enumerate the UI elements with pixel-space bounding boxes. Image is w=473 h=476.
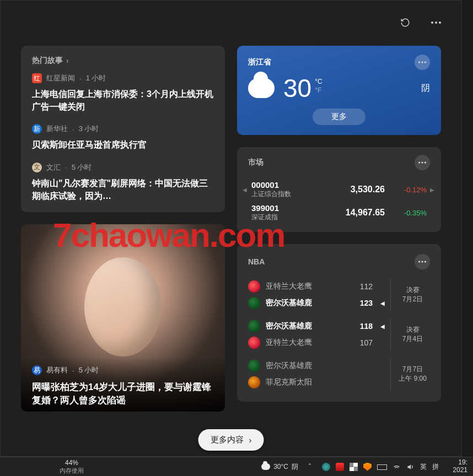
source-badge-icon: 红 [32, 73, 42, 83]
weather-more-button[interactable] [415, 55, 430, 70]
game-date: 7月2日 [402, 295, 423, 304]
memory-label: 内存使用 [60, 467, 84, 474]
tray-app-icon[interactable] [336, 463, 344, 471]
story-item[interactable]: 新 新华社 · 3 小时 贝索斯卸任亚马逊首席执行官 [32, 124, 214, 151]
market-price: 3,530.26 [321, 185, 385, 194]
hot-stories-card: 热门故事 › 红 红星新闻 · 1 小时 上海电信回复上海市消保委：3个月内上线… [21, 46, 225, 212]
photo-placeholder [84, 257, 162, 356]
unit-fahrenheit[interactable]: °F [315, 86, 322, 94]
market-row[interactable]: 399001 深证成指 14,967.65 -0.35% [243, 201, 436, 224]
taskbar-tray: ˄ 英 拼 [304, 462, 443, 472]
taskbar: 44% 内存使用 30°C 阴 ˄ 英 拼 19: 2021 [0, 457, 473, 476]
nba-game[interactable]: 亚特兰大老鹰 112 密尔沃基雄鹿 123 ◀ [248, 277, 430, 312]
photo-time: 5 小时 [79, 365, 99, 375]
game-stage: 决赛 [406, 285, 420, 295]
clock-date: 2021 [443, 467, 467, 474]
ime-lang[interactable]: 英 [420, 462, 427, 472]
team-logo-icon [248, 337, 260, 349]
refresh-button[interactable] [396, 14, 414, 31]
team-logo-icon [248, 360, 260, 372]
story-item[interactable]: 文 文汇 · 5 小时 钟南山"凡尔赛发言"刷屏网络：中国无法做三期临床试验，因… [32, 163, 214, 202]
cloud-icon [261, 463, 270, 470]
team-logo-icon [248, 376, 260, 388]
team-score: 123 [350, 299, 373, 307]
team-logo-icon [248, 280, 260, 293]
wifi-icon[interactable] [393, 463, 401, 471]
story-title: 钟南山"凡尔赛发言"刷屏网络：中国无法做三期临床试验，因为… [32, 177, 214, 202]
team-logo-icon [248, 297, 260, 309]
story-time: 5 小时 [72, 163, 92, 172]
svg-point-1 [435, 21, 437, 24]
team-name: 菲尼克斯太阳 [266, 377, 344, 387]
story-time: 3 小时 [79, 124, 99, 134]
nba-title: NBA [248, 257, 265, 266]
weather-condition: 阴 [421, 83, 430, 94]
nba-game[interactable]: 密尔沃基雄鹿 菲尼克斯太阳 7月7日 上午 9:00 [248, 356, 430, 392]
game-stage: 决赛 [406, 325, 420, 334]
svg-point-3 [418, 61, 420, 63]
more-icon [418, 61, 426, 63]
battery-icon[interactable] [377, 464, 387, 470]
clock-time: 19: [443, 459, 467, 467]
chevron-right-icon: › [249, 435, 252, 445]
market-change: -0.35% [388, 209, 427, 217]
story-source: 文汇 [46, 163, 61, 172]
topbar [14, 10, 448, 35]
game-date: 上午 9:00 [399, 374, 427, 383]
prev-icon[interactable]: ◀ [243, 187, 248, 193]
memory-percent: 44% [65, 459, 78, 467]
market-name: 深证成指 [251, 213, 318, 222]
source-badge-icon: 新 [32, 124, 42, 134]
team-logo-icon [248, 320, 260, 332]
hot-stories-title: 热门故事 [32, 56, 63, 66]
story-title: 上海电信回复上海市消保委：3个月内上线开机广告一键关闭 [32, 88, 214, 113]
markets-more-button[interactable] [415, 155, 430, 170]
chevron-right-icon: › [66, 56, 69, 65]
market-code: 000001 [251, 180, 318, 190]
widgets-panel: 热门故事 › 红 红星新闻 · 1 小时 上海电信回复上海市消保委：3个月内上线… [0, 0, 462, 457]
story-source: 红星新闻 [46, 73, 75, 83]
nba-game[interactable]: 密尔沃基雄鹿 118 ◀ 亚特兰大老鹰 107 [248, 317, 430, 352]
story-item[interactable]: 红 红星新闻 · 1 小时 上海电信回复上海市消保委：3个月内上线开机广告一键关… [32, 73, 214, 113]
weather-location: 浙江省 [248, 57, 271, 67]
market-change: -0.12% [388, 186, 427, 194]
tray-app-icon[interactable] [350, 463, 358, 471]
team-score: 107 [350, 338, 373, 347]
next-icon[interactable]: ▶ [430, 187, 436, 193]
winner-icon: ◀ [380, 300, 386, 306]
volume-icon[interactable] [406, 463, 415, 471]
featured-story-card[interactable]: 易 易有料 · 5 小时 网曝张柏芝为14岁大儿子进圈，要与谢霆锋复婚？两人曾多… [21, 224, 225, 412]
weather-expand-button[interactable]: 更多 [313, 109, 366, 125]
team-name: 密尔沃基雄鹿 [266, 298, 344, 308]
taskbar-temp: 30°C [273, 463, 288, 470]
nba-card: NBA 亚特兰大老鹰 112 [237, 244, 441, 402]
ime-mode[interactable]: 拼 [432, 462, 439, 472]
markets-card: 市场 ◀ 000001 上证综合指数 3,530.26 -0.12% ▶ [237, 147, 441, 232]
taskbar-memory[interactable]: 44% 内存使用 [0, 459, 143, 474]
story-title: 贝索斯卸任亚马逊首席执行官 [32, 138, 214, 151]
taskbar-cond: 阴 [292, 462, 298, 472]
game-stage: 7月7日 [402, 365, 423, 374]
market-row[interactable]: ◀ 000001 上证综合指数 3,530.26 -0.12% ▶ [243, 178, 436, 201]
unit-celsius[interactable]: °C [315, 78, 322, 85]
weather-card: 浙江省 30 °C °F [237, 46, 441, 135]
taskbar-weather[interactable]: 30°C 阴 [256, 462, 304, 472]
more-icon [418, 161, 426, 164]
tray-shield-icon[interactable] [363, 463, 372, 471]
story-time: 1 小时 [86, 73, 106, 83]
game-date: 7月4日 [402, 334, 423, 344]
source-badge-icon: 易 [32, 365, 42, 375]
panel-more-button[interactable] [427, 14, 445, 31]
nba-more-button[interactable] [415, 254, 430, 269]
hot-stories-header[interactable]: 热门故事 › [32, 56, 69, 66]
photo-title: 网曝张柏芝为14岁大儿子进圈，要与谢霆锋复婚？两人曾多次陷谣 [32, 381, 214, 407]
svg-point-11 [424, 261, 426, 262]
more-content-button[interactable]: 更多内容 › [198, 429, 264, 451]
markets-title: 市场 [248, 158, 264, 167]
refresh-icon [400, 18, 410, 28]
tray-app-icon[interactable] [322, 463, 330, 471]
team-score: 112 [350, 282, 373, 291]
chevron-up-icon[interactable]: ˄ [308, 463, 316, 471]
taskbar-clock[interactable]: 19: 2021 [443, 459, 473, 474]
team-name: 亚特兰大老鹰 [266, 282, 344, 291]
